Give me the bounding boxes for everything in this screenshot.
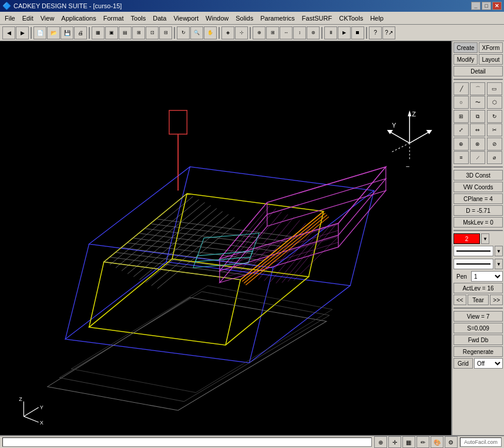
- icon-btn-7[interactable]: ⊞: [453, 110, 469, 123]
- viewport[interactable]: Z Y – Y X Z: [0, 41, 451, 435]
- tab-modify[interactable]: Modify: [453, 54, 478, 65]
- tab-create[interactable]: Create: [453, 42, 478, 53]
- btn-msklev[interactable]: MskLev = 0: [453, 217, 503, 228]
- title-buttons[interactable]: _ □ ✕: [471, 2, 502, 10]
- toolbar-tb4[interactable]: ⊞: [132, 26, 145, 39]
- icon-btn-1[interactable]: ╱: [453, 82, 469, 95]
- btn-s-value[interactable]: S=0.009: [453, 323, 503, 333]
- toolbar-snap[interactable]: ⊕: [253, 26, 266, 39]
- icon-btn-9[interactable]: ↻: [487, 110, 502, 123]
- toolbar-tb5[interactable]: ⊡: [146, 26, 159, 39]
- menu-view[interactable]: View: [37, 14, 58, 23]
- menu-fastsurf[interactable]: FastSURF: [298, 14, 335, 23]
- toolbar-tb1[interactable]: ▦: [92, 26, 105, 39]
- icon-btn-17[interactable]: ⟋: [470, 151, 485, 164]
- toolbar-tb6[interactable]: ⊟: [159, 26, 172, 39]
- line-dropdown-1[interactable]: ▼: [495, 246, 503, 256]
- icon-btn-13[interactable]: ⊕: [453, 138, 469, 151]
- btn-regenerate[interactable]: Regenerate: [453, 346, 503, 357]
- line-style-solid[interactable]: [453, 246, 493, 256]
- toolbar-shading[interactable]: ◈: [221, 26, 234, 39]
- toolbar-tb3[interactable]: ▤: [119, 26, 132, 39]
- icon-btn-12[interactable]: ✂: [487, 123, 502, 136]
- icon-btn-14[interactable]: ⊗: [470, 138, 485, 151]
- icon-btn-5[interactable]: 〜: [470, 96, 485, 109]
- minimize-button[interactable]: _: [471, 2, 481, 10]
- btn-view[interactable]: View = 7: [453, 311, 503, 322]
- menu-data[interactable]: Data: [149, 14, 170, 23]
- menu-viewport[interactable]: Viewport: [170, 14, 202, 23]
- status-icon-4[interactable]: ✏: [416, 436, 429, 448]
- toolbar-open[interactable]: 📂: [47, 26, 60, 39]
- menu-window[interactable]: Window: [202, 14, 232, 23]
- tab-xform[interactable]: XForm: [479, 42, 503, 53]
- color-swatch[interactable]: 2: [453, 233, 480, 244]
- icon-btn-18[interactable]: ⌀: [487, 151, 502, 164]
- menu-cktools[interactable]: CKTools: [335, 14, 367, 23]
- status-icon-5[interactable]: 🎨: [431, 436, 443, 448]
- status-icon-1[interactable]: ⊕: [374, 436, 387, 448]
- btn-3d-const[interactable]: 3D Const: [453, 170, 503, 180]
- icon-btn-15[interactable]: ⊘: [487, 138, 502, 151]
- status-icon-6[interactable]: ⚙: [445, 436, 458, 448]
- line-dropdown-2[interactable]: ▼: [495, 259, 503, 269]
- toolbar-print[interactable]: 🖨: [74, 26, 87, 39]
- btn-vw-coords[interactable]: VW Coords: [453, 182, 503, 192]
- icon-btn-3[interactable]: ▭: [487, 82, 502, 95]
- toolbar-save[interactable]: 💾: [61, 26, 73, 39]
- menu-tools[interactable]: Tools: [127, 14, 150, 23]
- toolbar-grid-toggle[interactable]: ⊞: [266, 26, 279, 39]
- toolbar-arrow-right[interactable]: ▶: [16, 26, 29, 39]
- toolbar-dim[interactable]: ↔: [280, 26, 293, 39]
- toolbar-pan[interactable]: ✋: [204, 26, 217, 39]
- btn-nav-right[interactable]: >>: [490, 295, 503, 305]
- maximize-button[interactable]: □: [482, 2, 491, 10]
- toolbar-snap2[interactable]: ⊛: [307, 26, 320, 39]
- toolbar-wire[interactable]: ⊹: [235, 26, 248, 39]
- menu-help[interactable]: Help: [367, 14, 387, 23]
- close-button[interactable]: ✕: [492, 2, 502, 10]
- btn-tear[interactable]: Tear: [468, 295, 489, 305]
- menu-bar: File Edit View Applications Format Tools…: [0, 12, 504, 25]
- tab-layout[interactable]: Layout: [479, 54, 503, 65]
- icon-btn-11[interactable]: ⇔: [470, 123, 485, 136]
- toolbar-zoom[interactable]: 🔍: [190, 26, 203, 39]
- icon-btn-10[interactable]: ⤢: [453, 123, 469, 136]
- icon-btn-2[interactable]: ⌒: [470, 82, 485, 95]
- icon-btn-4[interactable]: ○: [453, 96, 469, 109]
- status-icon-3[interactable]: ▦: [402, 436, 415, 448]
- btn-grid-label[interactable]: Grid: [453, 358, 473, 369]
- menu-format[interactable]: Format: [100, 14, 127, 23]
- menu-edit[interactable]: Edit: [19, 14, 37, 23]
- status-icon-2[interactable]: ✛: [388, 436, 401, 448]
- icon-btn-6[interactable]: ⬡: [487, 96, 502, 109]
- toolbar-help2[interactable]: ?↗: [382, 26, 395, 39]
- color-dropdown[interactable]: ▼: [481, 233, 489, 244]
- icon-btn-8[interactable]: ⧉: [470, 110, 485, 123]
- toolbar-rotate[interactable]: ↻: [177, 26, 190, 39]
- toolbar-play[interactable]: ▶: [338, 26, 351, 39]
- toolbar-tb2[interactable]: ▣: [105, 26, 118, 39]
- btn-fwd-db[interactable]: Fwd Db: [453, 335, 503, 345]
- menu-solids[interactable]: Solids: [232, 14, 257, 23]
- tab-row-2: Modify Layout: [453, 54, 503, 65]
- toolbar-new[interactable]: 📄: [33, 26, 46, 39]
- menu-applications[interactable]: Applications: [58, 14, 99, 23]
- btn-d-value[interactable]: D = -5.71: [453, 205, 503, 216]
- icon-btn-16[interactable]: ≡: [453, 151, 469, 164]
- btn-cplane[interactable]: CPlane = 4: [453, 193, 503, 204]
- toolbar-arrow-left[interactable]: ◀: [2, 26, 15, 39]
- icon-grid-3: ⊕ ⊗ ⊘ ≡ ⟋ ⌀: [453, 138, 503, 164]
- menu-parametrics[interactable]: Parametrics: [257, 14, 298, 23]
- btn-nav-left[interactable]: <<: [453, 295, 466, 305]
- toolbar-pause[interactable]: ⏸: [324, 26, 337, 39]
- btn-actlev[interactable]: ActLev = 16: [453, 283, 503, 293]
- grid-select[interactable]: Off: [474, 358, 503, 369]
- toolbar-dim2[interactable]: ↕: [293, 26, 306, 39]
- line-style-dashed[interactable]: [453, 259, 493, 269]
- toolbar-help[interactable]: ?: [369, 26, 382, 39]
- menu-file[interactable]: File: [1, 14, 19, 23]
- pen-select[interactable]: 1: [471, 271, 503, 282]
- toolbar-stop[interactable]: ⏹: [351, 26, 364, 39]
- tab-detail[interactable]: Detail: [453, 66, 503, 76]
